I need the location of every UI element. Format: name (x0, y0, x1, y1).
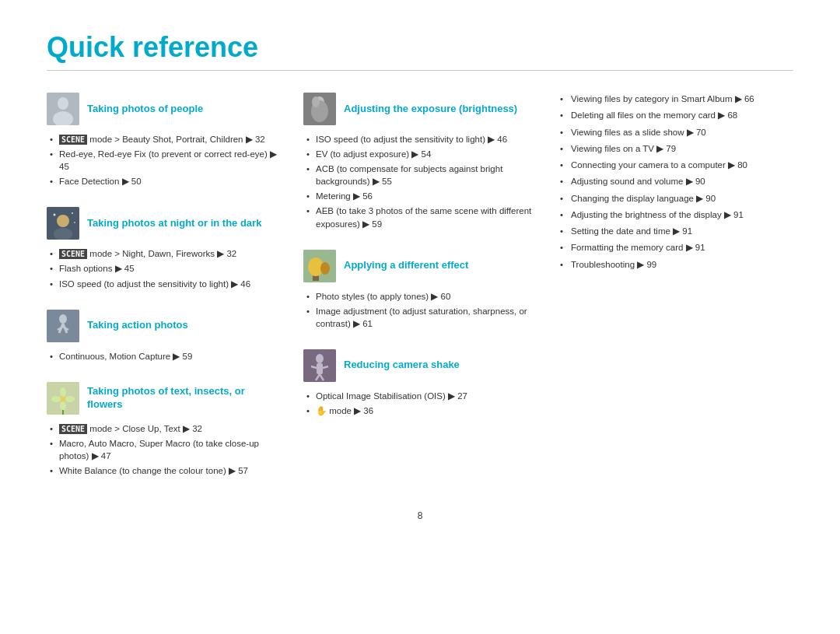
section-exposure-items: ISO speed (to adjust the sensitivity to … (303, 133, 537, 233)
svg-point-19 (51, 396, 61, 402)
section-reduce-items: Optical Image Stabilisation (OIS) ▶ 27 ✋… (303, 390, 537, 419)
icon-people (47, 93, 79, 125)
section-exposure-header: Adjusting the exposure (brightness) (303, 93, 537, 125)
list-item: Red-eye, Red-eye Fix (to prevent or corr… (50, 148, 280, 173)
list-item: Viewing files on a TV ▶ 79 (560, 142, 793, 156)
list-item: SCENE mode > Close Up, Text ▶ 32 (50, 422, 280, 435)
section-action-header: Taking action photos (47, 310, 280, 342)
icon-night (47, 207, 79, 240)
svg-point-10 (59, 314, 67, 324)
section-reduce: Reducing camera shake Optical Image Stab… (303, 349, 537, 419)
section-effect-header: Applying a different effect (303, 250, 537, 282)
list-item: Face Detection ▶ 50 (50, 175, 280, 187)
list-item: Adjusting the brightness of the display … (560, 208, 793, 222)
list-item: ISO speed (to adjust the sensitivity to … (50, 278, 280, 290)
icon-exposure (303, 93, 336, 125)
list-item: ISO speed (to adjust the sensitivity to … (306, 133, 537, 145)
svg-point-17 (60, 387, 66, 397)
svg-point-29 (320, 262, 330, 275)
column-2: Adjusting the exposure (brightness) ISO … (303, 93, 537, 479)
list-item: Continuous, Motion Capture ▶ 59 (50, 350, 280, 363)
right-col-list: Viewing files by category in Smart Album… (560, 93, 793, 275)
list-item: Metering ▶ 56 (306, 190, 537, 202)
list-item: Setting the date and time ▶ 91 (560, 225, 793, 238)
svg-rect-32 (317, 363, 323, 374)
svg-point-18 (60, 401, 66, 411)
section-effect: Applying a different effect Photo styles… (303, 250, 537, 332)
section-night-header: Taking photos at night or in the dark (47, 207, 280, 240)
svg-point-31 (316, 354, 324, 363)
list-item: Deleting all files on the memory card ▶ … (560, 109, 793, 122)
section-effect-items: Photo styles (to apply tones) ▶ 60 Image… (303, 290, 537, 332)
section-action-title: Taking action photos (87, 319, 188, 332)
section-text-insects-title: Taking photos of text, insects, or flowe… (87, 385, 280, 412)
title-divider (47, 70, 793, 71)
svg-point-25 (312, 96, 320, 107)
page-number: 8 (47, 510, 793, 521)
section-people-items: SCENE mode > Beauty Shot, Portrait, Chil… (47, 133, 280, 190)
list-item: Changing the display language ▶ 90 (560, 192, 793, 205)
section-text-insects: Taking photos of text, insects, or flowe… (47, 382, 280, 479)
section-effect-title: Applying a different effect (344, 259, 468, 272)
list-item: Photo styles (to apply tones) ▶ 60 (306, 290, 537, 303)
section-night: Taking photos at night or in the dark SC… (47, 207, 280, 292)
section-night-title: Taking photos at night or in the dark (87, 217, 261, 230)
list-item: Formatting the memory card ▶ 91 (560, 241, 793, 254)
section-action: Taking action photos Continuous, Motion … (47, 310, 280, 365)
section-reduce-header: Reducing camera shake (303, 349, 537, 382)
list-item: AEB (to take 3 photos of the same scene … (306, 205, 537, 229)
list-item: EV (to adjust exposure) ▶ 54 (306, 148, 537, 160)
section-reduce-title: Reducing camera shake (344, 359, 460, 372)
list-item: Adjusting sound and volume ▶ 90 (560, 175, 793, 188)
icon-effect (303, 250, 336, 282)
list-item: SCENE mode > Night, Dawn, Fireworks ▶ 32 (50, 247, 280, 260)
section-people-title: Taking photos of people (87, 103, 203, 116)
svg-point-8 (74, 222, 75, 223)
section-people-header: Taking photos of people (47, 93, 280, 125)
section-action-items: Continuous, Motion Capture ▶ 59 (47, 350, 280, 365)
svg-point-6 (54, 214, 56, 216)
svg-point-20 (65, 396, 75, 402)
svg-point-1 (58, 97, 68, 110)
svg-point-4 (57, 215, 69, 227)
list-item: Flash options ▶ 45 (50, 262, 280, 275)
list-item: Viewing files as a slide show ▶ 70 (560, 126, 793, 139)
list-item: White Balance (to change the colour tone… (50, 464, 280, 477)
page-title: Quick reference (47, 31, 793, 64)
list-item: SCENE mode > Beauty Shot, Portrait, Chil… (50, 133, 280, 145)
svg-point-16 (60, 396, 66, 402)
column-3: Viewing files by category in Smart Album… (560, 93, 793, 479)
list-item: ACB (to compensate for subjects against … (306, 163, 537, 187)
content-grid: Taking photos of people SCENE mode > Bea… (47, 93, 793, 479)
list-item: Troubleshooting ▶ 99 (560, 258, 793, 271)
column-1: Taking photos of people SCENE mode > Bea… (47, 93, 280, 479)
section-text-insects-header: Taking photos of text, insects, or flowe… (47, 382, 280, 415)
list-item: Connecting your camera to a computer ▶ 8… (560, 159, 793, 172)
section-exposure-title: Adjusting the exposure (brightness) (344, 103, 517, 116)
icon-action (47, 310, 79, 342)
list-item: ✋ mode ▶ 36 (306, 405, 537, 417)
svg-point-7 (72, 212, 73, 214)
list-item: Macro, Auto Macro, Super Macro (to take … (50, 437, 280, 462)
list-item: Viewing files by category in Smart Album… (560, 93, 793, 106)
section-people: Taking photos of people SCENE mode > Bea… (47, 93, 280, 190)
list-item: Image adjustment (to adjust saturation, … (306, 305, 537, 330)
section-text-insects-items: SCENE mode > Close Up, Text ▶ 32 Macro, … (47, 422, 280, 479)
icon-flowers (47, 382, 79, 415)
list-item: Optical Image Stabilisation (OIS) ▶ 27 (306, 390, 537, 402)
section-exposure: Adjusting the exposure (brightness) ISO … (303, 93, 537, 233)
icon-reduce (303, 349, 336, 382)
section-night-items: SCENE mode > Night, Dawn, Fireworks ▶ 32… (47, 247, 280, 292)
